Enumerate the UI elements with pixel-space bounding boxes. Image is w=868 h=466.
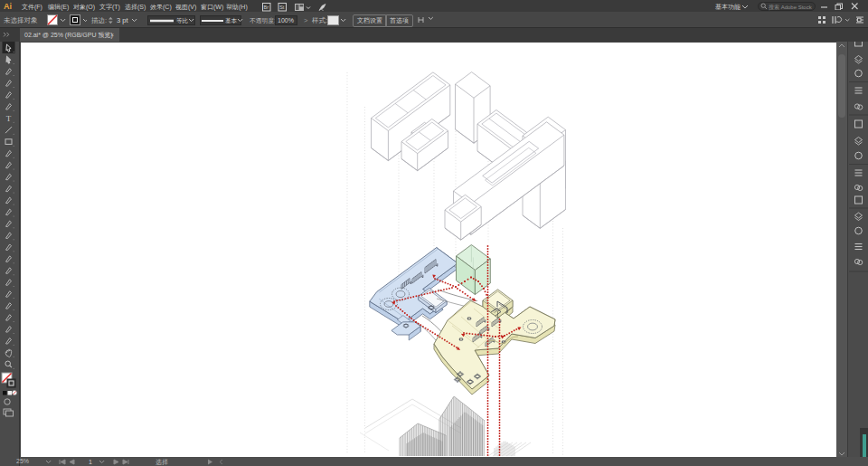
- svg-text:1: 1: [89, 459, 92, 465]
- svg-text:T: T: [6, 114, 12, 123]
- svg-text:Br: Br: [264, 5, 269, 10]
- svg-text:St: St: [279, 5, 285, 10]
